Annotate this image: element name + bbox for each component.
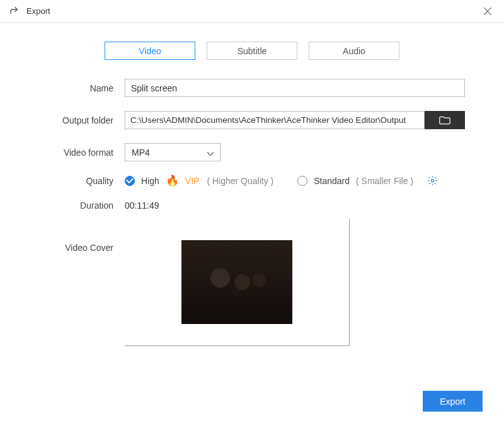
tab-video[interactable]: Video	[105, 42, 195, 60]
video-cover-area	[125, 219, 350, 346]
tabs: Video Subtitle Audio	[0, 42, 504, 60]
svg-point-2	[431, 179, 433, 182]
label-name: Name	[37, 83, 125, 93]
title-bar: Export	[0, 0, 504, 23]
folder-icon	[439, 116, 450, 125]
export-button[interactable]: Export	[423, 391, 483, 412]
name-input[interactable]	[125, 79, 465, 97]
label-duration: Duration	[37, 200, 125, 211]
quality-high-hint: ( Higher Quality )	[207, 176, 273, 186]
window-title: Export	[26, 6, 50, 16]
close-button[interactable]	[480, 4, 495, 19]
video-format-select[interactable]: MP4	[125, 143, 220, 161]
quality-standard-hint: ( Smaller File )	[356, 176, 413, 186]
fire-icon: 🔥	[166, 175, 179, 186]
label-video-cover: Video Cover	[37, 225, 125, 253]
tab-subtitle[interactable]: Subtitle	[207, 42, 297, 60]
tab-audio[interactable]: Audio	[309, 42, 399, 60]
quality-standard-label: Standard	[314, 176, 350, 186]
export-form: Name Output folder Video format MP4	[0, 79, 504, 346]
browse-folder-button[interactable]	[425, 111, 465, 129]
gear-icon	[427, 175, 438, 186]
video-format-value: MP4	[132, 147, 150, 158]
settings-button[interactable]	[427, 175, 438, 186]
output-folder-input[interactable]	[125, 111, 425, 129]
chevron-down-icon	[207, 147, 214, 158]
duration-value: 00:11:49	[125, 200, 159, 211]
label-output-folder: Output folder	[37, 115, 125, 125]
video-cover-thumbnail[interactable]	[181, 240, 292, 324]
label-quality: Quality	[37, 176, 125, 186]
export-icon	[9, 6, 20, 17]
quality-standard-radio[interactable]	[297, 176, 307, 186]
quality-high-radio[interactable]	[125, 176, 135, 186]
quality-high-label: High	[141, 176, 159, 186]
label-video-format: Video format	[37, 147, 125, 158]
vip-label: VIP	[185, 176, 200, 186]
